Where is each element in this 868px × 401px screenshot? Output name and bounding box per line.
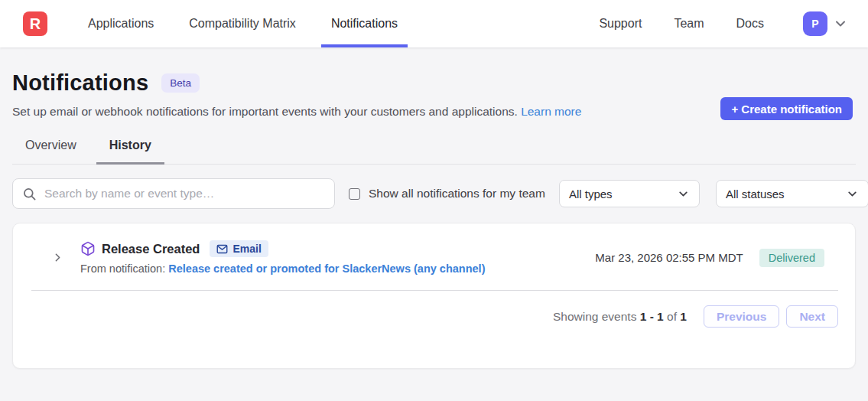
events-card: Release Created Email From notification:… bbox=[12, 223, 856, 369]
event-source-line: From notification: Release created or pr… bbox=[80, 262, 485, 275]
event-name: Release Created bbox=[102, 242, 200, 256]
showing-total: 1 bbox=[680, 310, 687, 323]
main-content: Notifications Beta Set up email or webho… bbox=[0, 47, 868, 369]
create-notification-button[interactable]: + Create notification bbox=[720, 97, 853, 120]
team-filter: Show all notifications for my team bbox=[349, 187, 545, 200]
search-input[interactable] bbox=[44, 187, 325, 200]
search-box[interactable] bbox=[12, 178, 335, 209]
nav-right-group: Support Team Docs P bbox=[583, 0, 848, 47]
status-select[interactable]: All statuses bbox=[716, 180, 868, 207]
type-select[interactable]: All types bbox=[559, 180, 700, 207]
showing-prefix: Showing events bbox=[553, 310, 636, 323]
avatar[interactable]: P bbox=[803, 11, 827, 36]
nav-item-applications[interactable]: Applications bbox=[78, 0, 164, 47]
account-menu-button[interactable] bbox=[833, 16, 848, 31]
event-timestamp: Mar 23, 2026 02:55 PM MDT bbox=[595, 251, 743, 264]
search-icon bbox=[22, 187, 37, 201]
learn-more-link[interactable]: Learn more bbox=[521, 105, 581, 118]
chevron-down-icon bbox=[846, 187, 859, 200]
package-icon bbox=[80, 241, 96, 256]
channel-badge-label: Email bbox=[232, 243, 261, 255]
team-checkbox[interactable] bbox=[349, 188, 360, 200]
notifications-page: R Applications Compatibility Matrix Noti… bbox=[0, 0, 868, 401]
type-select-value: All types bbox=[569, 187, 613, 200]
nav-item-support[interactable]: Support bbox=[589, 0, 652, 47]
from-notification-label: From notification: bbox=[80, 262, 165, 275]
chevron-right-icon bbox=[51, 251, 64, 264]
top-navigation: R Applications Compatibility Matrix Noti… bbox=[0, 0, 868, 47]
nav-item-docs[interactable]: Docs bbox=[727, 0, 774, 47]
tab-overview[interactable]: Overview bbox=[12, 139, 89, 165]
next-page-button[interactable]: Next bbox=[786, 305, 838, 328]
beta-badge: Beta bbox=[161, 73, 200, 93]
pagination-bar: Showing events 1 - 1 of 1 Previous Next bbox=[13, 291, 855, 328]
notification-source-link[interactable]: Release created or promoted for SlackerN… bbox=[168, 262, 485, 275]
status-select-value: All statuses bbox=[726, 187, 785, 200]
envelope-icon bbox=[216, 243, 228, 255]
nav-left-group: Applications Compatibility Matrix Notifi… bbox=[70, 0, 415, 47]
nav-item-compatibility-matrix[interactable]: Compatibility Matrix bbox=[179, 0, 306, 47]
logo-letter: R bbox=[30, 15, 41, 33]
event-meta: Mar 23, 2026 02:55 PM MDT Delivered bbox=[595, 249, 824, 267]
showing-range: 1 - 1 bbox=[640, 310, 664, 323]
event-details: Release Created Email From notification:… bbox=[80, 240, 485, 275]
avatar-initial: P bbox=[811, 18, 818, 30]
team-checkbox-label[interactable]: Show all notifications for my team bbox=[369, 187, 545, 200]
email-channel-badge: Email bbox=[210, 240, 268, 257]
tab-history[interactable]: History bbox=[96, 139, 164, 165]
app-logo[interactable]: R bbox=[23, 11, 47, 36]
event-row: Release Created Email From notification:… bbox=[13, 223, 855, 290]
showing-events-text: Showing events 1 - 1 of 1 bbox=[553, 310, 687, 324]
description-text: Set up email or webhook notifications fo… bbox=[12, 105, 518, 118]
expand-row-button[interactable] bbox=[51, 251, 64, 264]
filter-bar: Show all notifications for my team All t… bbox=[12, 178, 856, 209]
nav-item-notifications[interactable]: Notifications bbox=[321, 0, 408, 47]
showing-of: of bbox=[667, 310, 677, 323]
page-header: Notifications Beta bbox=[12, 47, 856, 96]
page-title: Notifications bbox=[12, 70, 148, 96]
chevron-down-icon bbox=[833, 16, 848, 31]
chevron-down-icon bbox=[677, 187, 690, 200]
nav-item-team[interactable]: Team bbox=[664, 0, 714, 47]
previous-page-button[interactable]: Previous bbox=[704, 305, 779, 328]
event-title-line: Release Created Email bbox=[80, 240, 485, 257]
tab-bar: Overview History bbox=[12, 139, 856, 165]
status-badge: Delivered bbox=[759, 249, 824, 267]
